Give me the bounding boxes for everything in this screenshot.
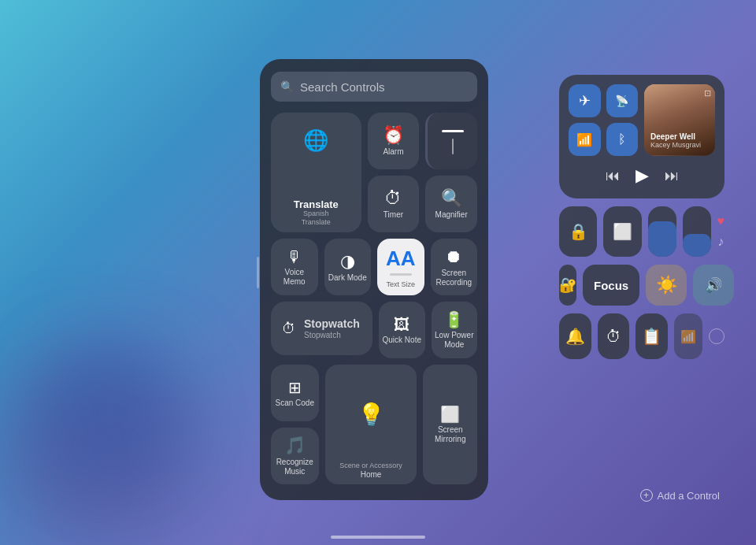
volume-slider-right[interactable] xyxy=(683,206,711,257)
music-icon: ♪ xyxy=(717,235,724,249)
notes-button[interactable]: 📋 xyxy=(636,313,668,359)
magnifier-icon: 🔍 xyxy=(441,190,462,207)
airplane-mode-button[interactable]: ✈ xyxy=(569,84,601,117)
timer-tile[interactable]: ⏱ Timer xyxy=(368,176,420,232)
timer-icon: ⏱ xyxy=(384,190,402,207)
home-icon: 💡 xyxy=(358,404,385,426)
plus-circle-icon: + xyxy=(640,489,653,502)
bluetooth-icon: ᛒ xyxy=(618,132,626,146)
heart-icon: ♥ xyxy=(717,214,725,228)
scan-code-icon: ⊞ xyxy=(288,380,302,395)
signal-indicator: 📶 xyxy=(674,313,702,359)
np-top: ✈ 📡 📶 ᛒ ⊡ Deeper Well xyxy=(569,84,715,156)
airplane-icon: ✈ xyxy=(579,92,591,109)
play-button[interactable]: ▶ xyxy=(636,165,649,186)
volume-icon: 🔊 xyxy=(705,276,722,294)
controls-grid: 🌐 Translate Spanish Translate ⏰ Alarm ⏱ … xyxy=(271,113,477,484)
album-cover: ⊡ Deeper Well Kacey Musgravi xyxy=(644,84,715,155)
screen-mirror-right-icon: ⬜ xyxy=(613,222,632,241)
recognize-music-tile[interactable]: 🎵 Recognize Music xyxy=(271,428,319,484)
brightness-slider-right[interactable] xyxy=(648,206,676,257)
quick-note-label: Quick Note xyxy=(383,336,421,345)
media-icons: ♥ ♪ xyxy=(717,206,725,257)
text-size-label: Text Size xyxy=(386,280,415,288)
screen-recording-label: Screen Recording xyxy=(434,269,475,287)
home-bar xyxy=(331,536,425,539)
screen-mirroring-label: Screen Mirroring xyxy=(426,425,474,444)
track-info: Deeper Well Kacey Musgravi xyxy=(650,132,701,149)
add-control-button[interactable]: + Add a Control xyxy=(640,489,721,502)
stopwatch-icon: ⏱ xyxy=(282,321,296,336)
bell-icon: 🔔 xyxy=(565,327,585,346)
timer-label: Timer xyxy=(384,210,403,220)
row-4: ⊞ Scan Code 🎵 Recognize Music 💡 Scene or… xyxy=(271,365,477,484)
search-input[interactable] xyxy=(300,80,468,94)
search-icon: 🔍 xyxy=(280,80,294,93)
alarm-icon: ⏰ xyxy=(383,127,404,144)
search-bar[interactable]: 🔍 xyxy=(271,72,477,102)
magnifier-tile[interactable]: 🔍 Magnifier xyxy=(425,176,477,232)
brightness-slider[interactable] xyxy=(425,113,477,169)
screen-mirroring-icon: ⬜ xyxy=(440,406,460,422)
artist-name: Kacey Musgravi xyxy=(650,141,701,149)
voice-memo-tile[interactable]: 🎙 Voice Memo xyxy=(271,239,318,295)
timer-right-icon: ⏱ xyxy=(606,328,621,346)
wifi-icon: 📶 xyxy=(576,132,592,147)
rewind-button[interactable]: ⏮ xyxy=(606,168,620,184)
text-size-bar xyxy=(390,273,412,276)
dark-mode-icon: ◑ xyxy=(340,253,355,270)
text-size-tile[interactable]: AA Text Size xyxy=(377,239,424,295)
bottom-right-row: 🔔 ⏱ 📋 📶 xyxy=(559,313,724,359)
row-1: 🌐 Translate Spanish Translate ⏰ Alarm ⏱ … xyxy=(271,113,477,232)
low-power-tile[interactable]: 🔋 Low Power Mode xyxy=(432,302,478,358)
wifi-button[interactable]: 📶 xyxy=(569,123,601,156)
row-3: ⏱ Stopwatch Stopwatch 🖼 Quick Note 🔋 Low… xyxy=(271,302,477,358)
focus-label[interactable]: Focus xyxy=(583,265,639,306)
connectivity-grid: ✈ 📡 📶 ᛒ xyxy=(569,84,638,156)
stopwatch-label: Stopwatch xyxy=(304,317,360,331)
focus-lock-icon: 🔐 xyxy=(559,276,576,294)
timer-right-button[interactable]: ⏱ xyxy=(598,313,630,359)
stopwatch-sublabel: Stopwatch xyxy=(304,331,341,339)
bell-button[interactable]: 🔔 xyxy=(559,313,591,359)
sun-button[interactable]: ☀️ xyxy=(646,265,687,306)
row-2: 🎙 Voice Memo ◑ Dark Mode AA Text Size ⏺ … xyxy=(271,239,477,295)
focus-lock-button[interactable]: 🔐 xyxy=(559,265,576,306)
recognize-music-label: Recognize Music xyxy=(274,458,316,476)
control-center-panel: 🔍 🌐 Translate Spanish Translate ⏰ Alarm … xyxy=(260,59,488,500)
screen-recording-tile[interactable]: ⏺ Screen Recording xyxy=(431,239,478,295)
volume-button[interactable]: 🔊 xyxy=(693,265,734,306)
alarm-label: Alarm xyxy=(383,147,403,157)
screen-mirror-right-button[interactable]: ⬜ xyxy=(603,206,641,257)
translate-tile[interactable]: 🌐 Translate Spanish Translate xyxy=(271,113,361,232)
stopwatch-text: Stopwatch Stopwatch xyxy=(304,317,360,339)
quick-note-icon: 🖼 xyxy=(394,317,410,332)
screen-mirroring-tile[interactable]: ⬜ Screen Mirroring xyxy=(423,365,477,484)
lock-rotation-button[interactable]: 🔒 xyxy=(559,206,597,257)
low-power-label: Low Power Mode xyxy=(435,331,475,350)
forward-button[interactable]: ⏭ xyxy=(665,168,679,184)
quick-note-tile[interactable]: 🖼 Quick Note xyxy=(379,302,425,358)
dark-mode-tile[interactable]: ◑ Dark Mode xyxy=(324,239,372,295)
bluetooth-button[interactable]: ᛒ xyxy=(606,123,639,156)
scan-code-tile[interactable]: ⊞ Scan Code xyxy=(271,365,319,421)
signal-icon: 📶 xyxy=(680,329,696,344)
translate-label: Translate xyxy=(294,198,339,211)
airdrop-button[interactable]: 📡 xyxy=(606,84,639,117)
translate-bottom-label: Translate xyxy=(294,218,339,226)
right-panel: ✈ 📡 📶 ᛒ ⊡ Deeper Well xyxy=(559,75,724,359)
scroll-indicator xyxy=(257,257,259,288)
add-control-label: Add a Control xyxy=(658,490,721,502)
text-size-content: AA Text Size xyxy=(386,245,416,291)
voice-memo-icon: 🎙 xyxy=(287,249,302,265)
right-controls-row: 🔒 ⬜ ♥ ♪ xyxy=(559,206,724,257)
focus-text: Focus xyxy=(594,279,628,292)
screen-recording-icon: ⏺ xyxy=(445,248,462,265)
magnifier-label: Magnifier xyxy=(435,210,468,220)
home-sublabel: Scene or Accessory xyxy=(339,462,402,470)
low-power-icon: 🔋 xyxy=(444,312,464,328)
home-tile[interactable]: 💡 Scene or Accessory Home xyxy=(325,365,417,484)
stopwatch-tile[interactable]: ⏱ Stopwatch Stopwatch xyxy=(271,302,372,355)
alarm-tile[interactable]: ⏰ Alarm xyxy=(368,113,420,169)
dark-mode-label: Dark Mode xyxy=(328,273,367,283)
